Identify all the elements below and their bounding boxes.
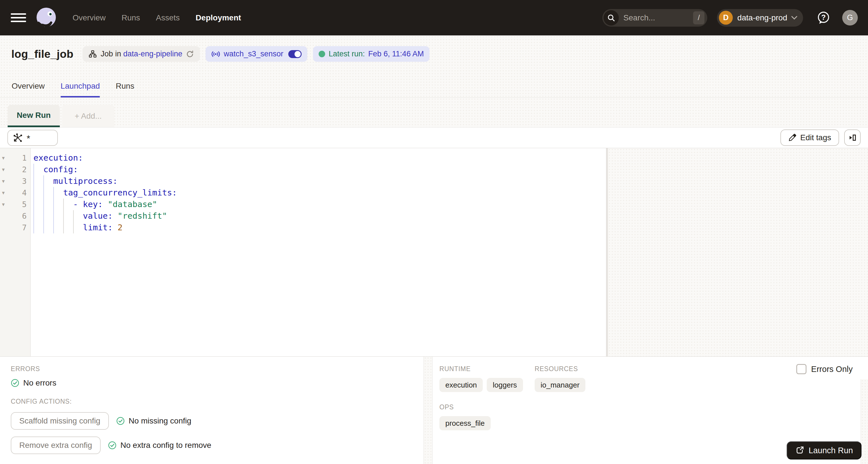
editor-gutter: ▾1▾2▾3▾4▾567 [0, 148, 31, 356]
fold-arrow-icon[interactable]: ▾ [0, 166, 8, 173]
chevron-down-icon [791, 16, 798, 20]
code-line[interactable]: value: "redshift" [33, 210, 606, 222]
gutter-row: 6 [0, 210, 30, 222]
page-header: log_file_job Job in data-eng-pipeline [0, 35, 868, 98]
launch-run-button[interactable]: Launch Run [787, 441, 862, 460]
resources-chip[interactable]: io_manager [535, 378, 585, 392]
nav-assets[interactable]: Assets [156, 13, 180, 22]
workspace-switcher[interactable]: D data-eng-prod [717, 9, 803, 27]
bottom-split-handle[interactable] [424, 357, 433, 464]
code-line[interactable]: - key: "database" [33, 199, 606, 210]
config-tab-new-run[interactable]: New Run [8, 105, 60, 127]
line-number: 4 [8, 188, 30, 197]
job-location-chip: Job in data-eng-pipeline [83, 46, 200, 62]
errors-only-label: Errors Only [811, 365, 853, 374]
latest-run-chip: Latest run: Feb 6, 11:46 AM [313, 46, 430, 62]
repo-link[interactable]: data-eng-pipeline [123, 49, 183, 58]
search-shortcut-badge: / [693, 11, 705, 24]
no-errors-status: No errors [11, 378, 424, 388]
gutter-row: ▾4 [0, 187, 30, 199]
bottom-panel: ERRORS No errors CONFIG ACTIONS: Scaffol… [0, 356, 868, 464]
tab-runs[interactable]: Runs [116, 81, 134, 97]
line-number: 3 [8, 177, 30, 186]
errors-only-control: Errors Only [796, 364, 853, 374]
scaffold-missing-config-button[interactable]: Scaffold missing config [11, 412, 109, 430]
resources-heading: RESOURCES [535, 365, 585, 373]
code-line[interactable]: config: [33, 164, 606, 175]
edit-tags-button[interactable]: Edit tags [780, 129, 839, 146]
svg-text:?: ? [821, 13, 826, 22]
preview-scroll-gutter [861, 379, 868, 464]
launchpad-config-tabs: New Run + Add... [0, 98, 868, 128]
nav-deployment[interactable]: Deployment [195, 13, 241, 22]
latest-run-prefix: Latest run: [329, 49, 365, 58]
primary-nav: Overview Runs Assets Deployment [72, 13, 241, 22]
refresh-icon[interactable] [186, 50, 194, 58]
job-tabs: Overview Launchpad Runs [11, 81, 134, 97]
help-icon[interactable]: ? [816, 10, 831, 25]
fold-arrow-icon[interactable]: ▾ [0, 201, 8, 208]
runtime-chip[interactable]: execution [439, 378, 483, 392]
launchpad-toolbar: * Edit tags [0, 128, 868, 148]
search-input[interactable]: Search... / [602, 9, 707, 27]
sensor-toggle[interactable] [288, 50, 302, 58]
dagster-logo[interactable] [35, 7, 57, 29]
ops-section: OPS process_file [439, 403, 868, 430]
pencil-icon [788, 134, 796, 142]
tab-overview[interactable]: Overview [11, 81, 45, 97]
ops-chip[interactable]: process_file [439, 416, 491, 430]
code-line[interactable]: execution: [33, 152, 606, 164]
code-line[interactable]: multiprocess: [33, 175, 606, 187]
errors-only-checkbox[interactable] [796, 364, 806, 374]
scaffold-status-label: No missing config [129, 417, 191, 426]
menu-icon[interactable] [11, 13, 26, 22]
gutter-row: ▾5 [0, 199, 30, 210]
sensor-link[interactable]: watch_s3_sensor [224, 49, 283, 58]
code-line[interactable]: limit: 2 [33, 222, 606, 233]
ops-heading: OPS [439, 403, 868, 411]
remove-action-row: Remove extra config No extra config to r… [11, 436, 424, 454]
config-tab-add[interactable]: + Add... [62, 105, 114, 127]
errors-panel: ERRORS No errors CONFIG ACTIONS: Scaffol… [0, 357, 424, 464]
gutter-row: 7 [0, 222, 30, 233]
no-errors-label: No errors [23, 378, 56, 388]
workspace-avatar: D [719, 11, 733, 25]
check-circle-icon [108, 441, 117, 450]
remove-extra-config-button[interactable]: Remove extra config [11, 436, 101, 454]
sensor-chip: watch_s3_sensor [206, 46, 307, 62]
job-icon [88, 49, 97, 59]
user-avatar[interactable]: G [842, 10, 858, 26]
search-placeholder: Search... [623, 13, 693, 22]
op-selector-value: * [27, 134, 30, 143]
scaffold-action-row: Scaffold missing config No missing confi… [11, 412, 424, 430]
scaffold-status: No missing config [116, 417, 191, 426]
open-panel-button[interactable] [844, 129, 861, 146]
launch-icon [795, 446, 804, 455]
fold-arrow-icon[interactable]: ▾ [0, 178, 8, 185]
panel-open-icon [848, 133, 857, 142]
latest-run-link[interactable]: Feb 6, 11:46 AM [368, 49, 424, 58]
workspace-name: data-eng-prod [737, 13, 787, 22]
gutter-row: ▾3 [0, 175, 30, 187]
fold-arrow-icon[interactable]: ▾ [0, 190, 8, 196]
job-chip-prefix: Job in [101, 49, 121, 58]
op-selector-icon [12, 133, 23, 143]
resources-section: RESOURCES io_manager [535, 365, 585, 392]
search-icon [603, 10, 619, 26]
check-circle-icon [11, 379, 19, 387]
runtime-chip[interactable]: loggers [487, 378, 523, 392]
nav-runs[interactable]: Runs [122, 13, 140, 22]
fold-arrow-icon[interactable]: ▾ [0, 155, 8, 161]
editor-code-area[interactable]: execution: config: multiprocess: tag_con… [31, 148, 606, 356]
line-number: 2 [8, 165, 30, 174]
nav-overview[interactable]: Overview [72, 13, 106, 22]
config-editor: ▾1▾2▾3▾4▾567 execution: config: multipro… [0, 148, 868, 356]
op-selector-input[interactable]: * [7, 130, 58, 146]
line-number: 1 [8, 154, 30, 162]
errors-heading: ERRORS [11, 365, 424, 373]
remove-status-label: No extra config to remove [121, 441, 212, 450]
tab-launchpad[interactable]: Launchpad [61, 81, 100, 97]
line-number: 7 [8, 223, 30, 232]
line-number: 6 [8, 211, 30, 221]
code-line[interactable]: tag_concurrency_limits: [33, 187, 606, 199]
